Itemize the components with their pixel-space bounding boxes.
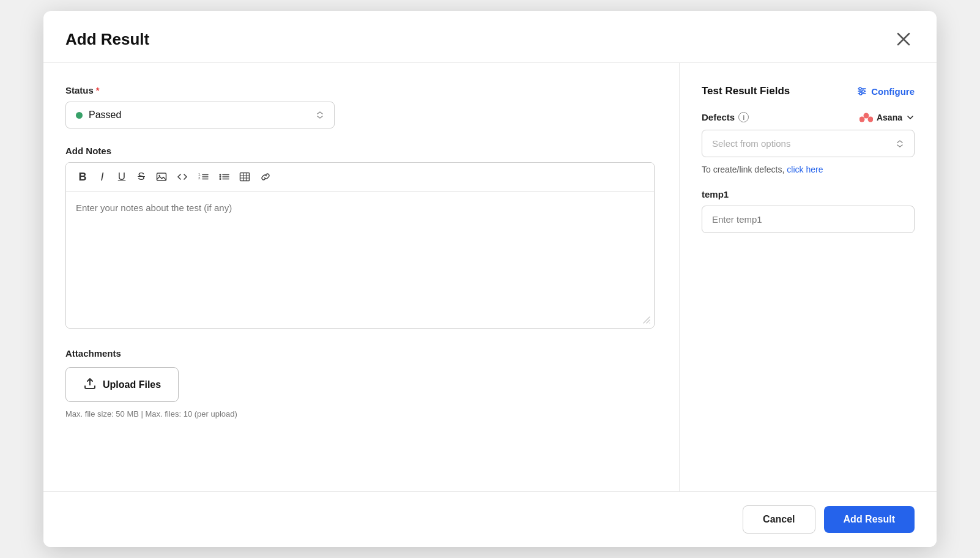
main-panel: Status * Passed [43,63,680,491]
svg-point-24 [863,113,869,118]
notes-label: Add Notes [65,146,655,156]
required-indicator: * [96,85,100,95]
notes-textarea[interactable] [76,203,644,300]
attachments-label: Attachments [65,348,655,359]
code-icon [177,171,188,182]
defects-chevron-icon [896,140,904,148]
unordered-list-button[interactable] [214,168,234,186]
svg-point-21 [859,87,861,90]
file-limits-text: Max. file size: 50 MB | Max. files: 10 (… [65,409,655,418]
chevron-updown-icon [316,111,324,119]
resize-handle [66,313,654,328]
attachments-section: Attachments Upload Files Max. file size:… [65,348,655,418]
configure-button[interactable]: Configure [856,86,915,97]
status-label: Status * [65,85,655,95]
create-link-text: To create/link defects, click here [702,165,915,174]
modal-body: Status * Passed [43,63,937,491]
side-panel-header: Test Result Fields Configure [702,85,915,97]
svg-point-26 [867,116,873,122]
modal-footer: Cancel Add Result [43,491,937,547]
upload-files-label: Upload Files [103,379,161,390]
defects-label: Defects i [702,112,749,122]
temp1-input[interactable] [702,206,915,233]
defects-dropdown[interactable]: Select from options [702,130,915,157]
link-icon [260,171,271,182]
svg-text:2.: 2. [198,176,201,180]
asana-icon [859,113,873,122]
asana-label: Asana [877,113,902,122]
ordered-list-icon: 1. 2. [198,171,209,182]
bold-button[interactable]: B [73,168,92,186]
svg-point-23 [859,92,862,95]
svg-point-9 [220,178,221,180]
asana-button[interactable]: Asana [859,113,915,122]
image-icon [156,171,167,182]
side-panel: Test Result Fields Configure De [680,63,937,491]
svg-rect-13 [240,173,250,181]
underline-button[interactable]: U [113,168,131,186]
notes-section: Add Notes B I U S [65,146,655,329]
temp1-field: temp1 [702,189,915,233]
status-field: Status * Passed [65,85,655,128]
configure-label: Configure [871,86,915,97]
strikethrough-button[interactable]: S [132,168,150,186]
notes-textarea-wrapper[interactable] [66,192,654,313]
configure-icon [856,86,867,97]
defects-placeholder: Select from options [712,138,790,149]
cancel-button[interactable]: Cancel [743,505,815,534]
unordered-list-icon [218,171,229,182]
modal-title: Add Result [65,30,149,49]
upload-files-button[interactable]: Upload Files [65,367,179,402]
table-icon [239,171,250,182]
close-icon [897,32,910,46]
svg-point-8 [220,176,221,178]
svg-point-7 [220,174,221,176]
status-value-text: Passed [89,110,121,121]
info-icon: i [738,112,749,122]
svg-rect-0 [157,173,166,180]
svg-point-25 [859,116,865,122]
ordered-list-button[interactable]: 1. 2. [193,168,213,186]
image-button[interactable] [152,168,171,186]
italic-button[interactable]: I [93,168,111,186]
click-here-link[interactable]: click here [787,165,823,174]
table-button[interactable] [235,168,254,186]
status-selected-value: Passed [76,110,121,121]
defects-row: Defects i Asana [702,112,915,122]
side-panel-title: Test Result Fields [702,85,790,97]
modal-header: Add Result [43,11,937,63]
upload-icon [83,376,97,393]
status-dropdown[interactable]: Passed [65,102,335,128]
add-result-button[interactable]: Add Result [824,506,915,533]
temp1-label: temp1 [702,189,915,199]
add-result-modal: Add Result Status * Passed [43,11,937,547]
status-dot [76,112,83,119]
code-button[interactable] [173,168,192,186]
svg-point-22 [862,90,864,92]
notes-editor: B I U S [65,162,655,329]
asana-chevron-icon [906,113,915,122]
link-button[interactable] [256,168,275,186]
editor-toolbar: B I U S [66,163,654,192]
close-button[interactable] [893,28,915,50]
